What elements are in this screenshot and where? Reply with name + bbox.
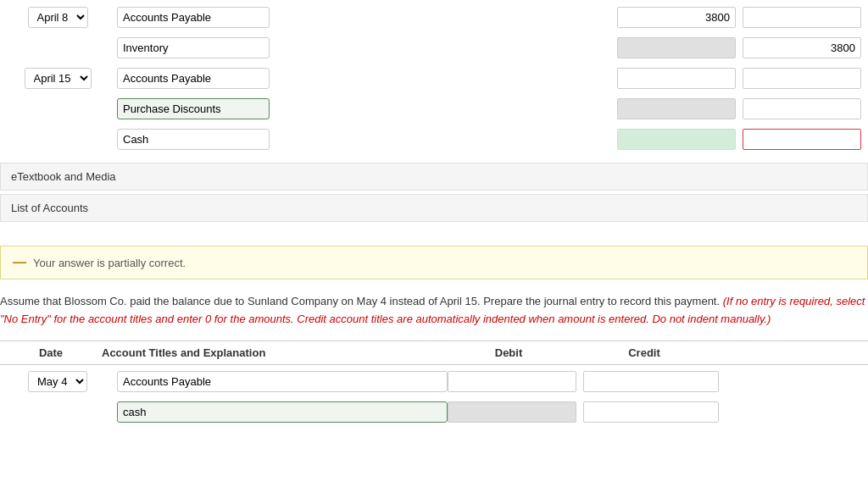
- bottom-debit-input[interactable]: [448, 371, 576, 392]
- journal-row: [7, 34, 861, 61]
- account-cell: [117, 98, 270, 119]
- debit-input[interactable]: [617, 129, 736, 150]
- credit-cell: [743, 98, 861, 119]
- bottom-account-input[interactable]: [117, 401, 448, 423]
- credit-cell: [743, 37, 861, 58]
- debit-input[interactable]: [617, 7, 736, 28]
- bottom-date-cell: May 4: [7, 371, 108, 392]
- bottom-credit-cell: [583, 371, 719, 392]
- header-account: Account Titles and Explanation: [102, 346, 441, 359]
- account-input[interactable]: [117, 37, 270, 58]
- credit-cell: [743, 68, 861, 89]
- account-input[interactable]: [117, 7, 270, 28]
- header-debit: Debit: [441, 346, 576, 359]
- account-cell: [117, 68, 270, 89]
- question-text: Assume that Blossom Co. paid the balance…: [0, 286, 868, 335]
- credit-input[interactable]: [743, 98, 861, 119]
- bottom-account-input[interactable]: [117, 371, 448, 392]
- bottom-date-select[interactable]: May 4: [28, 371, 87, 392]
- bottom-debit-cell: [448, 371, 583, 392]
- section-divider: [0, 225, 868, 239]
- debit-input[interactable]: [617, 98, 736, 119]
- bottom-credit-cell: [583, 401, 719, 423]
- account-cell: [117, 129, 270, 150]
- top-journal-section: April 8April 15: [0, 0, 868, 159]
- debit-input[interactable]: [617, 68, 736, 89]
- credit-cell: [743, 7, 861, 28]
- feedback-box: — Your answer is partially correct.: [0, 246, 868, 279]
- credit-input[interactable]: [743, 129, 861, 150]
- list-of-accounts-link[interactable]: List of Accounts: [0, 194, 868, 222]
- bottom-row: [7, 399, 861, 426]
- feedback-icon: —: [13, 255, 26, 270]
- date-cell: April 15: [7, 68, 108, 89]
- debit-cell: [617, 98, 736, 119]
- journal-row: [7, 125, 861, 152]
- credit-input[interactable]: [743, 68, 861, 89]
- credit-input[interactable]: [743, 37, 861, 58]
- debit-cell: [617, 129, 736, 150]
- debit-cell: [617, 7, 736, 28]
- bottom-credit-input[interactable]: [583, 371, 719, 392]
- etextbook-link[interactable]: eTextbook and Media: [0, 163, 868, 191]
- bottom-journal-section: May 4: [0, 365, 868, 433]
- account-cell: [117, 7, 270, 28]
- debit-cell: [617, 68, 736, 89]
- bottom-account-cell: [108, 401, 448, 423]
- debit-input[interactable]: [617, 37, 736, 58]
- date-cell: April 8: [7, 7, 108, 28]
- date-select[interactable]: April 8: [28, 7, 88, 28]
- bottom-debit-cell: [448, 401, 583, 423]
- feedback-text: Your answer is partially correct.: [33, 257, 186, 269]
- date-select[interactable]: April 15: [25, 68, 92, 89]
- debit-cell: [617, 37, 736, 58]
- bottom-credit-input[interactable]: [583, 401, 719, 423]
- journal-row: April 8: [7, 3, 861, 30]
- bottom-debit-input[interactable]: [448, 401, 576, 423]
- credit-cell: [743, 129, 861, 150]
- header-credit: Credit: [576, 346, 712, 359]
- account-input[interactable]: [117, 68, 270, 89]
- account-input[interactable]: [117, 129, 270, 150]
- journal-row: [7, 95, 861, 122]
- question-main: Assume that Blossom Co. paid the balance…: [0, 295, 720, 307]
- bottom-table-header: Date Account Titles and Explanation Debi…: [0, 340, 868, 365]
- credit-input[interactable]: [743, 7, 861, 28]
- journal-row: April 15: [7, 64, 861, 91]
- account-input[interactable]: [117, 98, 270, 119]
- account-cell: [117, 37, 270, 58]
- bottom-account-cell: [108, 371, 448, 392]
- bottom-row: May 4: [7, 368, 861, 396]
- header-date: Date: [0, 346, 102, 359]
